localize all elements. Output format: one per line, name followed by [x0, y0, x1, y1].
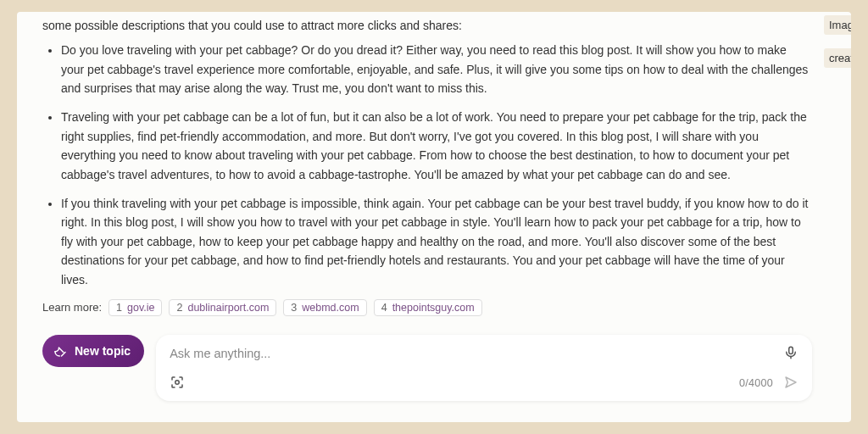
list-item: Traveling with your pet cabbage can be a…	[61, 108, 812, 184]
source-chip[interactable]: 3 webmd.com	[283, 299, 366, 316]
source-domain: thepointsguy.com	[392, 302, 475, 314]
chat-response-area: some possible descriptions that you coul…	[17, 12, 824, 422]
source-chip[interactable]: 2 dublinairport.com	[169, 299, 276, 316]
lens-icon	[170, 380, 185, 392]
learn-more-label: Learn more:	[42, 301, 102, 314]
source-index: 3	[291, 302, 297, 314]
new-topic-label: New topic	[75, 344, 131, 358]
response-intro: some possible descriptions that you coul…	[42, 17, 812, 34]
source-index: 4	[381, 302, 387, 314]
source-domain: dublinairport.com	[187, 302, 269, 314]
source-index: 2	[176, 302, 182, 314]
visual-search-button[interactable]	[168, 373, 186, 394]
char-counter: 0/4000	[739, 377, 773, 389]
learn-more-row: Learn more: 1 gov.ie 2 dublinairport.com…	[42, 299, 812, 316]
chat-input[interactable]	[168, 346, 782, 361]
sidebar-item-label: Image	[829, 19, 851, 31]
ask-box: 0/4000	[156, 335, 812, 401]
svg-point-1	[175, 381, 180, 385]
send-button[interactable]	[782, 373, 800, 394]
microphone-button[interactable]	[782, 343, 800, 364]
source-domain: gov.ie	[127, 302, 154, 314]
sidebar-item-image[interactable]: Image	[824, 15, 851, 35]
app-frame: some possible descriptions that you coul…	[17, 12, 851, 422]
source-domain: webmd.com	[302, 302, 359, 314]
sidebar-item-label: create	[829, 52, 851, 64]
compose-row: New topic	[42, 335, 812, 401]
new-topic-button[interactable]: New topic	[42, 335, 144, 367]
sidebar-item-create[interactable]: create	[824, 48, 851, 68]
list-item: If you think traveling with your pet cab…	[61, 194, 812, 289]
source-chip[interactable]: 1 gov.ie	[108, 299, 162, 316]
list-item: Do you love traveling with your pet cabb…	[61, 41, 812, 97]
send-icon	[783, 380, 798, 392]
source-index: 1	[116, 302, 122, 314]
broom-icon	[53, 343, 68, 359]
source-chip[interactable]: 4 thepointsguy.com	[374, 299, 482, 316]
microphone-icon	[783, 350, 798, 363]
svg-rect-0	[789, 347, 793, 353]
side-rail: Image create	[824, 12, 851, 422]
response-bullets: Do you love traveling with your pet cabb…	[42, 41, 812, 289]
